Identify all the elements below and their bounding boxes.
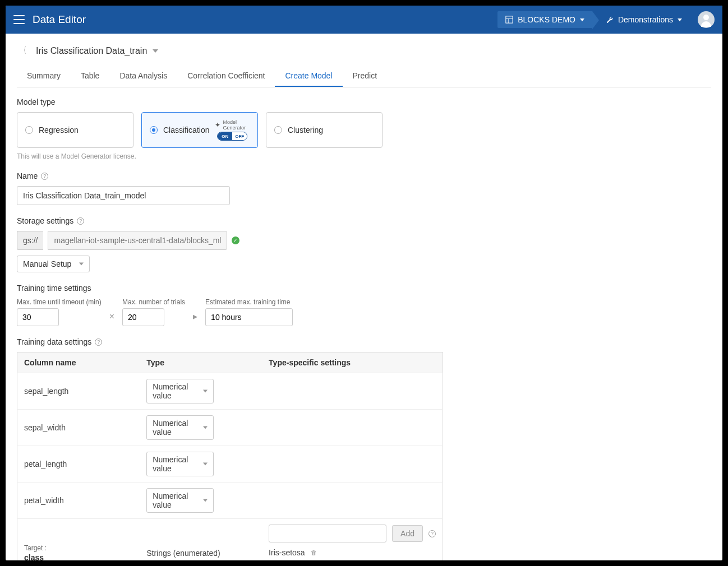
trash-icon[interactable]: 🗑 [311, 549, 317, 556]
est-time-output [205, 308, 293, 326]
target-prefix: Target : [24, 544, 133, 552]
type-select[interactable]: Numerical value [146, 415, 214, 440]
model-type-regression[interactable]: Regression [17, 112, 133, 148]
radio-checked-icon [150, 126, 158, 134]
col-header-specific: Type-specific settings [262, 352, 443, 373]
regression-label: Regression [39, 126, 79, 134]
column-name: petal_width [17, 483, 140, 519]
column-name: sepal_length [17, 373, 140, 410]
storage-setup-select[interactable]: Manual Setup [17, 256, 90, 272]
model-type-classification[interactable]: Classification ✦ Model Generator ON OFF [141, 112, 258, 148]
toggle-on: ON [218, 132, 232, 140]
table-row-target: Target : class Strings (enumerated) Add … [17, 519, 443, 561]
layers-icon [505, 16, 513, 24]
tab-bar: Summary Table Data Analysis Correlation … [17, 66, 711, 87]
type-select[interactable]: Numerical value [146, 452, 214, 476]
multiply-icon: × [109, 312, 114, 326]
menu-icon[interactable] [13, 15, 25, 24]
workspace-button[interactable]: BLOCKS DEMO [497, 11, 592, 28]
breadcrumb-dropdown-icon[interactable] [153, 49, 158, 53]
radio-icon [274, 126, 282, 134]
table-row: petal_width Numerical value [17, 483, 443, 519]
model-type-clustering[interactable]: Clustering [266, 112, 383, 148]
project-label: Demonstrations [618, 15, 673, 24]
model-generator-toggle[interactable]: ON OFF [217, 132, 247, 141]
arrow-right-icon: ▸ [193, 311, 197, 326]
model-name-input[interactable] [17, 186, 230, 205]
caret-down-icon [678, 18, 682, 21]
add-enum-button[interactable]: Add [392, 525, 423, 542]
max-time-input[interactable] [17, 308, 59, 326]
help-icon[interactable]: ? [428, 530, 436, 537]
radio-icon [25, 126, 33, 134]
toggle-off: OFF [232, 132, 247, 140]
spark-icon: ✦ [215, 121, 220, 129]
back-chevron-icon[interactable]: 〈 [19, 43, 29, 59]
max-time-label: Max. time until timeout (min) [17, 298, 102, 306]
svg-rect-0 [506, 16, 513, 23]
enum-item: Iris-setosa 🗑 [269, 548, 436, 557]
tab-predict[interactable]: Predict [343, 66, 388, 87]
enum-value-input[interactable] [269, 525, 386, 542]
column-name: petal_length [17, 446, 140, 483]
est-time-label: Estimated max. training time [205, 298, 293, 306]
storage-path-input[interactable] [48, 231, 227, 250]
help-icon[interactable]: ? [77, 217, 84, 225]
target-name: class [24, 553, 44, 560]
training-data-table: Column name Type Type-specific settings … [17, 352, 443, 560]
tab-table[interactable]: Table [71, 66, 109, 87]
wrench-icon [606, 16, 614, 24]
col-header-type: Type [140, 352, 262, 373]
table-row: petal_length Numerical value [17, 446, 443, 483]
model-generator-label: Model Generator [223, 119, 250, 131]
breadcrumb-title: Iris Classification Data_train [36, 46, 147, 56]
help-icon[interactable]: ? [41, 173, 48, 180]
tab-data-analysis[interactable]: Data Analysis [109, 66, 177, 87]
storage-setup-value: Manual Setup [23, 259, 71, 268]
table-row: sepal_width Numerical value [17, 410, 443, 446]
max-trials-label: Max. number of trials [122, 298, 185, 306]
storage-label: Storage settings [17, 216, 73, 225]
max-trials-input[interactable] [122, 308, 164, 326]
model-type-label: Model type [17, 98, 711, 106]
column-name: sepal_width [17, 410, 140, 446]
col-header-name: Column name [17, 352, 140, 373]
tab-correlation[interactable]: Correlation Coefficient [177, 66, 275, 87]
model-generator-block: ✦ Model Generator ON OFF [215, 119, 250, 141]
app-title: Data Editor [33, 13, 86, 26]
project-button[interactable]: Demonstrations [592, 11, 690, 28]
enum-item: Iris-virginica 🗑 [269, 559, 436, 560]
tab-summary[interactable]: Summary [17, 66, 71, 87]
app-header: Data Editor BLOCKS DEMO Demonstrations [6, 6, 722, 34]
workspace-label: BLOCKS DEMO [518, 15, 575, 24]
model-type-hint: This will use a Model Generator license. [17, 152, 711, 160]
training-time-label: Training time settings [17, 284, 711, 293]
data-settings-label: Training data settings [17, 337, 91, 346]
name-label: Name [17, 171, 38, 180]
caret-down-icon [580, 18, 584, 21]
avatar[interactable] [698, 11, 715, 28]
type-select[interactable]: Numerical value [146, 488, 214, 513]
type-select[interactable]: Numerical value [146, 379, 214, 403]
target-type: Strings (enumerated) [140, 519, 262, 561]
classification-label: Classification [163, 126, 209, 134]
table-row: sepal_length Numerical value [17, 373, 443, 410]
tab-create-model[interactable]: Create Model [275, 66, 342, 87]
clustering-label: Clustering [288, 126, 323, 134]
check-circle-icon: ✓ [232, 236, 239, 244]
storage-prefix: gs:// [17, 231, 43, 250]
help-icon[interactable]: ? [95, 338, 102, 346]
